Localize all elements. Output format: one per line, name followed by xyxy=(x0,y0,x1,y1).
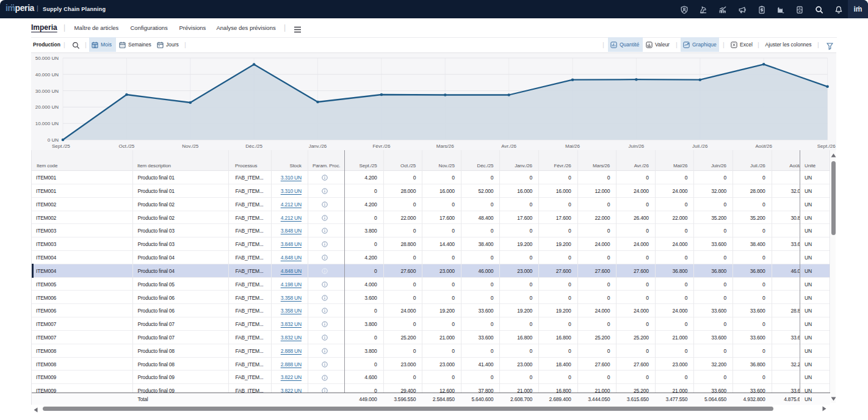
svg-text:Avr./26: Avr./26 xyxy=(501,143,516,149)
svg-text:Mars/26: Mars/26 xyxy=(436,143,454,149)
svg-text:0 UN: 0 UN xyxy=(48,137,59,143)
svg-text:Janv./26: Janv./26 xyxy=(309,143,327,149)
svg-text:Sept./25: Sept./25 xyxy=(52,143,70,149)
svg-text:40.000 UN: 40.000 UN xyxy=(35,72,59,78)
svg-text:Mai/26: Mai/26 xyxy=(565,143,580,149)
svg-text:50.000 UN: 50.000 UN xyxy=(35,56,59,61)
svg-text:Août/26: Août/26 xyxy=(755,143,772,149)
svg-text:10.000 UN: 10.000 UN xyxy=(35,121,59,126)
svg-text:Oct./25: Oct./25 xyxy=(119,143,135,149)
svg-text:Nov./25: Nov./25 xyxy=(182,143,199,149)
svg-text:Sept./26: Sept./26 xyxy=(817,143,836,149)
svg-text:Déc./25: Déc./25 xyxy=(245,143,262,149)
svg-text:Juil./26: Juil./26 xyxy=(692,143,708,149)
svg-text:30.000 UN: 30.000 UN xyxy=(35,89,59,94)
svg-text:20.000 UN: 20.000 UN xyxy=(35,104,59,110)
svg-text:Juin/26: Juin/26 xyxy=(629,143,645,149)
svg-text:Févr./26: Févr./26 xyxy=(372,143,390,149)
